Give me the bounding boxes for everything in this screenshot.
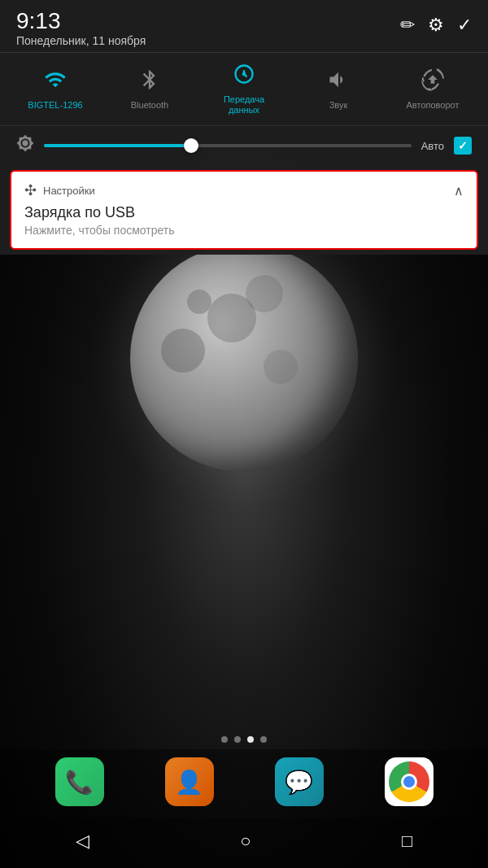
page-dot-2: [234, 736, 241, 743]
moon-image: [130, 244, 358, 472]
qs-sound[interactable]: Звук: [306, 68, 371, 111]
time-display: 9:13: [16, 10, 146, 33]
page-dot-3: [247, 736, 254, 743]
recent-button[interactable]: □: [386, 827, 429, 855]
expand-icon[interactable]: ∧: [454, 183, 464, 198]
chrome-icon: [389, 761, 429, 802]
sound-label: Звук: [329, 100, 348, 111]
dock-messages[interactable]: 💬: [275, 757, 324, 806]
dock-contacts[interactable]: 👤: [165, 757, 214, 806]
phone-icon: 📞: [65, 769, 94, 796]
page-dot-4: [260, 736, 267, 743]
home-button[interactable]: ○: [224, 827, 267, 855]
notification-title: Зарядка по USB: [24, 204, 464, 221]
wifi-icon: [44, 68, 67, 97]
page-dot-1: [221, 736, 228, 743]
auto-checkbox[interactable]: [454, 137, 472, 155]
notification-panel: 9:13 Понедельник, 11 ноября ✏ ⚙ ✓ BIGTEL…: [0, 0, 488, 255]
brightness-thumb: [184, 138, 198, 153]
navigation-bar: ◁ ○ □: [0, 818, 488, 868]
notification-card[interactable]: ✣ Настройки ∧ Зарядка по USB Нажмите, чт…: [10, 170, 478, 250]
quick-settings-row: BIGTEL-1296 Bluetooth Передача данных: [0, 52, 488, 125]
edit-icon[interactable]: ✏: [400, 15, 415, 36]
auto-label: Авто: [421, 140, 444, 152]
svg-point-1: [242, 72, 246, 76]
status-left: 9:13 Понедельник, 11 ноября: [16, 10, 146, 47]
settings-icon[interactable]: ⚙: [428, 15, 444, 36]
status-right: ✏ ⚙ ✓: [400, 10, 472, 36]
qs-data[interactable]: Передача данных: [211, 63, 277, 116]
data-label: Передача данных: [224, 94, 264, 116]
collapse-icon[interactable]: ✓: [457, 15, 472, 36]
back-button[interactable]: ◁: [59, 827, 106, 855]
brightness-icon: [16, 134, 34, 157]
bluetooth-icon: [138, 68, 161, 97]
rotate-label: Автоповорот: [407, 100, 460, 111]
rotate-icon: [421, 68, 444, 97]
usb-icon: ✣: [24, 181, 37, 199]
dock-chrome[interactable]: [385, 757, 434, 806]
notification-app-name: Настройки: [43, 185, 447, 197]
qs-bluetooth[interactable]: Bluetooth: [117, 68, 182, 111]
messages-icon: 💬: [285, 769, 313, 796]
notification-subtitle: Нажмите, чтобы посмотреть: [24, 224, 464, 237]
brightness-slider[interactable]: [44, 144, 412, 147]
contacts-icon: 👤: [175, 769, 203, 796]
status-bar: 9:13 Понедельник, 11 ноября ✏ ⚙ ✓: [0, 0, 488, 52]
date-display: Понедельник, 11 ноября: [16, 34, 146, 47]
app-dock: 📞 👤 💬: [0, 749, 488, 818]
sound-icon: [327, 68, 350, 97]
brightness-row: Авто: [0, 125, 488, 165]
brightness-fill: [44, 144, 191, 147]
bluetooth-label: Bluetooth: [131, 100, 168, 111]
data-icon: [233, 63, 255, 91]
qs-rotate[interactable]: Автоповорот: [400, 68, 465, 111]
wifi-label: BIGTEL-1296: [28, 100, 82, 111]
dock-phone[interactable]: 📞: [55, 757, 104, 806]
dock-area: 📞 👤 💬 ◁ ○ □: [0, 728, 488, 868]
qs-wifi[interactable]: BIGTEL-1296: [23, 68, 88, 111]
notification-header: ✣ Настройки ∧: [24, 181, 464, 199]
page-dots: [0, 728, 488, 749]
